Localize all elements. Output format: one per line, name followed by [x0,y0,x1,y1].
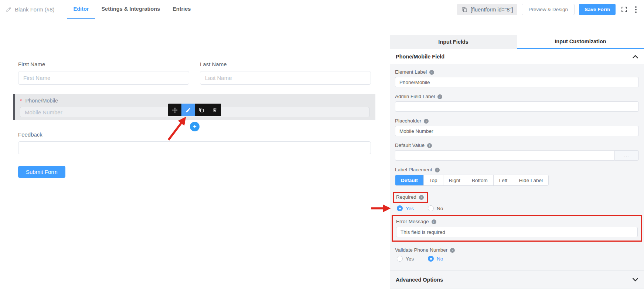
required-group: Required i Yes [395,192,639,211]
info-icon[interactable]: i [437,94,442,99]
tab-input-fields[interactable]: Input Fields [390,35,517,49]
copy-shortcode-icon [461,7,467,13]
tab-editor[interactable]: Editor [67,0,95,19]
save-form-button[interactable]: Save Form [579,4,616,15]
error-message-label: Error Message [396,219,429,225]
placeholder-label: Placeholder [395,118,421,124]
label-placement-segmented: Default Top Right Bottom Left Hide Label [395,175,549,186]
advanced-options-label: Advanced Options [396,277,443,283]
move-field-button[interactable] [168,104,181,116]
info-icon[interactable]: i [435,168,440,172]
trash-icon [212,107,218,113]
kebab-menu-icon[interactable] [633,5,639,14]
duplicate-field-button[interactable] [195,104,208,116]
fluent-forms-editor: Blank Form (#8) Editor Settings & Integr… [0,0,644,289]
shortcode-text: [fluentform id="8"] [471,7,513,13]
placement-option-left[interactable]: Left [494,175,514,185]
label-placement-group: Label Placement i Default Top Right Bott… [395,167,639,186]
last-name-field: Last Name [200,61,371,85]
pencil-edit-icon [185,107,191,113]
required-no-radio[interactable]: No [428,205,443,211]
first-name-label: First Name [18,61,189,67]
last-name-input[interactable] [200,71,371,85]
admin-field-label-group: Admin Field Label i [395,94,639,112]
placement-option-top[interactable]: Top [424,175,443,185]
placement-option-right[interactable]: Right [443,175,467,185]
annotation-box-error-message: Error Message i [392,215,642,242]
required-yes-radio[interactable]: Yes [397,205,414,211]
feedback-label: Feedback [18,131,371,138]
default-value-label: Default Value [395,142,425,148]
form-preview: First Name Last Name * Phone/Mobile [18,61,371,178]
chevron-up-icon[interactable] [633,55,638,58]
tab-input-customization[interactable]: Input Customization [517,35,644,49]
preview-design-button[interactable]: Preview & Design [522,4,575,15]
phone-field-label: Phone/Mobile [25,98,58,104]
panel-tabs: Input Fields Input Customization [390,35,644,49]
feedback-input[interactable] [18,141,371,154]
form-title: Blank Form (#8) [15,6,55,13]
smart-codes-button[interactable]: ... [614,150,639,161]
tab-settings-integrations[interactable]: Settings & Integrations [95,0,166,19]
settings-panel: Input Fields Input Customization Phone/M… [390,19,644,289]
label-placement-label: Label Placement [395,167,432,173]
shortcode-pill[interactable]: [fluentform id="8"] [457,4,518,15]
form-canvas: First Name Last Name * Phone/Mobile [0,20,390,289]
radio-unselected-icon [397,256,403,262]
error-message-input[interactable] [396,227,638,237]
radio-unselected-icon [428,205,434,211]
section-header-phone-mobile-field[interactable]: Phone/Mobile Field [390,49,644,64]
advanced-options-header[interactable]: Advanced Options [390,270,644,289]
field-action-toolbar [168,104,221,116]
radio-selected-icon [397,205,403,211]
required-asterisk: * [20,98,22,104]
panel-body: Element Label i Admin Field Label i Plac… [390,64,644,289]
required-radio-row: Yes No [395,205,639,211]
top-bar: Blank Form (#8) Editor Settings & Integr… [0,0,644,19]
pencil-rename-icon[interactable] [6,7,11,12]
panel-spacer [390,19,644,35]
top-actions: [fluentform id="8"] Preview & Design Sav… [457,4,639,15]
admin-field-label-label: Admin Field Label [395,94,435,100]
editor-nav-tabs: Editor Settings & Integrations Entries [67,0,197,19]
admin-field-label-input[interactable] [395,101,639,112]
validate-phone-label: Validate Phone Number [395,247,447,253]
placement-option-hide-label[interactable]: Hide Label [513,175,548,185]
chevron-down-icon[interactable] [633,278,638,282]
plus-icon: + [193,124,196,130]
fullscreen-icon[interactable] [620,5,628,14]
form-title-group: Blank Form (#8) [6,6,55,13]
phone-field-label-row: * Phone/Mobile [20,98,369,104]
move-icon [172,107,178,113]
radio-selected-icon [428,256,434,262]
info-icon[interactable]: i [424,119,429,124]
element-label-label: Element Label [395,69,427,75]
feedback-field: Feedback [18,131,371,154]
name-fields-row: First Name Last Name [18,61,371,85]
info-icon[interactable]: i [419,195,424,200]
first-name-field: First Name [18,61,189,85]
info-icon[interactable]: i [429,70,434,75]
info-icon[interactable]: i [432,219,436,224]
submit-form-button[interactable]: Submit Form [18,166,65,178]
first-name-input[interactable] [18,71,189,85]
edit-field-button[interactable] [181,104,195,116]
validate-yes-radio[interactable]: Yes [397,256,414,262]
validate-phone-radio-row: Yes No [395,256,639,262]
add-field-button[interactable]: + [190,122,200,131]
validate-phone-group: Validate Phone Number i Yes No [395,247,639,262]
validate-no-radio[interactable]: No [428,256,443,262]
info-icon[interactable]: i [450,248,455,253]
phone-field-selected[interactable]: * Phone/Mobile [13,94,375,120]
placement-option-default[interactable]: Default [395,175,424,185]
placement-option-bottom[interactable]: Bottom [466,175,494,185]
required-label: Required [396,194,416,200]
placeholder-input[interactable] [395,126,639,136]
info-icon[interactable]: i [427,143,432,148]
default-value-group: Default Value i ... [395,142,639,161]
element-label-input[interactable] [395,77,639,87]
tab-entries[interactable]: Entries [166,0,197,19]
annotation-box-required: Required i [393,192,428,203]
default-value-input[interactable] [395,150,614,161]
delete-field-button[interactable] [208,104,221,116]
